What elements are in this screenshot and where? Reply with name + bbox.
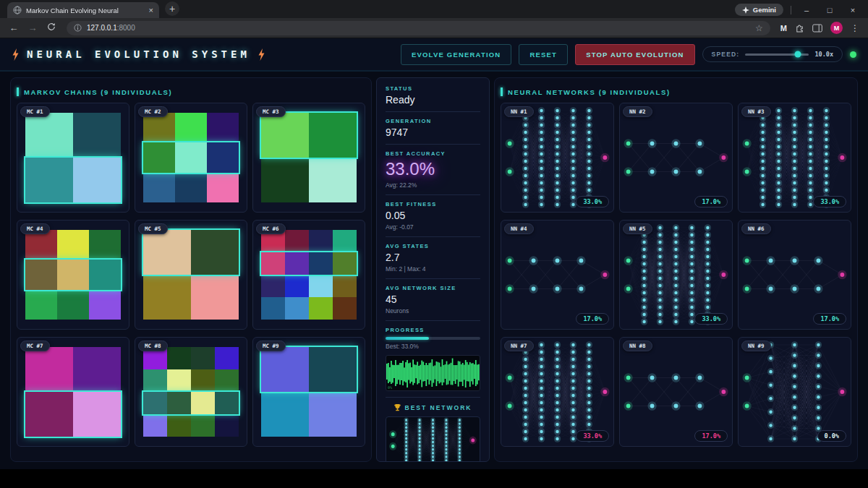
window-minimize-button[interactable]: – bbox=[799, 6, 814, 14]
state-row bbox=[25, 290, 121, 320]
color-cell bbox=[25, 230, 57, 260]
color-cell bbox=[309, 392, 357, 437]
color-cell bbox=[309, 252, 333, 275]
trophy-icon bbox=[394, 403, 401, 411]
new-tab-button[interactable]: + bbox=[165, 1, 179, 16]
state-row bbox=[143, 414, 239, 437]
app-page: NEURAL EVOLUTION SYSTEM EVOLVE GENERATIO… bbox=[0, 38, 868, 469]
color-cell bbox=[167, 414, 191, 437]
color-cell bbox=[285, 230, 309, 252]
nn-card: NN #133.0% bbox=[501, 103, 614, 213]
side-panel-icon[interactable] bbox=[812, 24, 822, 33]
markov-chains-panel: MARKOV CHAINS (9 INDIVIDUALS) MC #1MC #2… bbox=[10, 77, 372, 462]
nn-card: NN #617.0% bbox=[738, 220, 851, 330]
color-cell bbox=[143, 173, 175, 202]
color-cell bbox=[25, 290, 57, 320]
state-row bbox=[261, 297, 357, 320]
color-cell bbox=[143, 275, 191, 320]
color-cell bbox=[309, 275, 333, 297]
mc-card-label: MC #6 bbox=[256, 223, 286, 234]
color-cell bbox=[73, 347, 121, 392]
accuracy-badge: 17.0% bbox=[694, 196, 728, 207]
network-size-unit: Neurons bbox=[386, 307, 480, 314]
color-cell bbox=[25, 158, 73, 202]
color-cell bbox=[167, 392, 191, 414]
markov-state-grid bbox=[143, 347, 239, 437]
color-cell bbox=[285, 275, 309, 297]
window-close-button[interactable]: × bbox=[845, 6, 861, 14]
color-cell bbox=[309, 158, 357, 202]
bottom-letterbox bbox=[0, 469, 868, 488]
window-maximize-button[interactable]: □ bbox=[822, 6, 838, 14]
address-bar[interactable]: 127.0.0.1:8000 ☆ bbox=[67, 21, 770, 35]
markov-panel-title: MARKOV CHAINS (9 INDIVIDUALS) bbox=[24, 88, 172, 96]
speed-label: SPEED: bbox=[712, 51, 740, 58]
highlighted-state-row bbox=[25, 392, 121, 437]
browser-menu-icon[interactable]: ⋮ bbox=[851, 23, 859, 33]
mc-card: MC #6 bbox=[252, 220, 365, 330]
nn-card: NN #217.0% bbox=[619, 103, 733, 213]
site-info-icon[interactable] bbox=[74, 24, 82, 32]
best-accuracy-value: 33.0% bbox=[386, 159, 480, 179]
nn-card-label: NN #4 bbox=[504, 223, 534, 234]
state-row bbox=[25, 347, 121, 392]
color-cell bbox=[143, 414, 167, 437]
state-row bbox=[25, 113, 121, 158]
markov-state-grid bbox=[25, 347, 121, 437]
color-cell bbox=[309, 347, 357, 392]
lightning-bolt-icon bbox=[258, 48, 265, 61]
accuracy-badge: 33.0% bbox=[576, 196, 609, 207]
speed-slider[interactable] bbox=[745, 53, 809, 56]
highlighted-state-row bbox=[261, 252, 357, 275]
mc-card: MC #5 bbox=[135, 220, 247, 330]
state-row bbox=[143, 369, 239, 392]
accuracy-badge: 33.0% bbox=[576, 430, 609, 442]
color-cell bbox=[175, 173, 207, 202]
mc-card: MC #4 bbox=[17, 220, 129, 330]
color-cell bbox=[175, 142, 207, 172]
reload-button[interactable] bbox=[43, 22, 59, 33]
stop-auto-evolution-button[interactable]: STOP AUTO EVOLUTION bbox=[575, 44, 694, 65]
color-cell bbox=[143, 369, 167, 392]
fitness-average: Avg: -0.07 bbox=[386, 223, 480, 231]
color-cell bbox=[333, 275, 357, 297]
mc-card: MC #2 bbox=[135, 103, 247, 213]
status-label: STATUS bbox=[386, 85, 480, 92]
state-row bbox=[143, 113, 239, 142]
header-accent-bar bbox=[501, 87, 503, 96]
profile-avatar[interactable]: M bbox=[830, 22, 843, 34]
m-extension-icon[interactable]: M bbox=[780, 24, 787, 33]
tab-close-icon[interactable]: × bbox=[149, 7, 153, 14]
app-header: NEURAL EVOLUTION SYSTEM EVOLVE GENERATIO… bbox=[0, 38, 868, 72]
nn-card-label: NN #2 bbox=[623, 106, 652, 117]
generation-label: GENERATION bbox=[386, 118, 480, 124]
color-cell bbox=[333, 252, 357, 275]
accuracy-badge: 33.0% bbox=[694, 313, 728, 325]
mc-card-label: MC #8 bbox=[138, 341, 168, 351]
color-cell bbox=[261, 297, 285, 320]
color-cell bbox=[89, 260, 121, 289]
color-cell bbox=[333, 230, 357, 252]
browser-toolbar: ← → 127.0.0.1:8000 ☆ M M ⋮ bbox=[0, 18, 868, 38]
tab-title: Markov Chain Evolving Neural bbox=[26, 7, 145, 14]
evolve-generation-button[interactable]: EVOLVE GENERATION bbox=[401, 44, 512, 65]
bookmark-star-icon[interactable]: ☆ bbox=[755, 23, 763, 33]
extensions-puzzle-icon[interactable] bbox=[795, 23, 804, 33]
state-row bbox=[261, 275, 357, 297]
color-cell bbox=[73, 158, 121, 202]
forward-button[interactable]: → bbox=[25, 22, 41, 33]
reset-button[interactable]: RESET bbox=[519, 44, 568, 65]
gemini-button[interactable]: Gemini bbox=[735, 4, 783, 16]
accuracy-badge: 17.0% bbox=[694, 430, 728, 442]
browser-tab[interactable]: Markov Chain Evolving Neural × bbox=[7, 2, 159, 18]
color-cell bbox=[25, 260, 57, 289]
state-row bbox=[25, 230, 121, 260]
color-cell bbox=[167, 369, 191, 392]
color-cell bbox=[89, 230, 121, 260]
gemini-label: Gemini bbox=[753, 6, 776, 14]
screen: Markov Chain Evolving Neural × + Gemini … bbox=[0, 0, 868, 488]
speed-slider-thumb[interactable] bbox=[794, 51, 801, 58]
back-button[interactable]: ← bbox=[6, 22, 22, 33]
color-cell bbox=[207, 173, 239, 202]
color-cell bbox=[309, 297, 333, 320]
